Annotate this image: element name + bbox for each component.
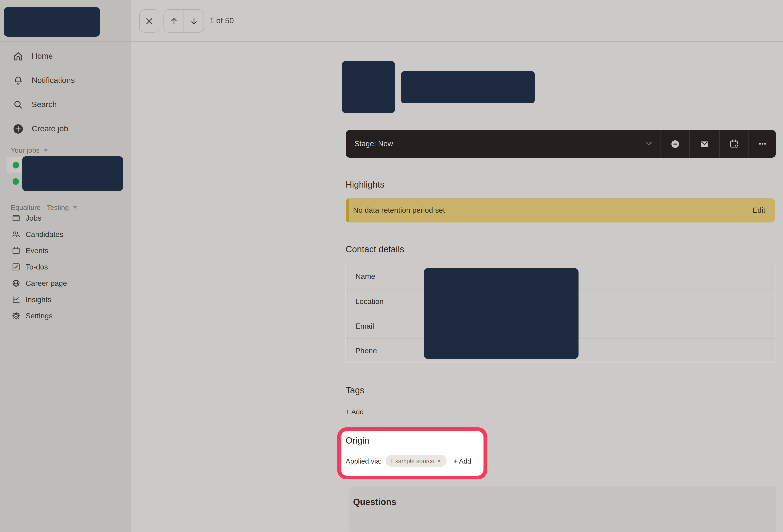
banner-edit-link[interactable]: Edit bbox=[752, 206, 765, 214]
sidebar-item-notifications[interactable]: Notifications bbox=[0, 68, 131, 93]
reject-button[interactable] bbox=[660, 130, 689, 158]
contact-details-heading: Contact details bbox=[346, 244, 404, 255]
origin-heading: Origin bbox=[346, 436, 369, 446]
sidebar-item-events[interactable]: Events bbox=[0, 242, 131, 259]
topbar: 1 of 50 bbox=[131, 0, 783, 42]
calendar-add-icon bbox=[729, 139, 739, 149]
sidebar-item-todos[interactable]: To-dos bbox=[0, 259, 131, 275]
stage-bar: Stage: New bbox=[346, 130, 776, 158]
send-email-button[interactable] bbox=[689, 130, 719, 158]
add-tag-button[interactable]: + Add bbox=[346, 408, 364, 415]
applied-via-row: Applied via: Example source × + Add bbox=[346, 455, 471, 467]
candidate-avatar-redacted bbox=[342, 61, 395, 113]
close-icon bbox=[146, 18, 152, 24]
todos-icon bbox=[12, 263, 21, 271]
bell-icon bbox=[12, 75, 24, 86]
applied-via-label: Applied via: bbox=[346, 457, 382, 465]
source-chip-label: Example source bbox=[391, 457, 434, 464]
close-button[interactable] bbox=[139, 9, 159, 33]
reject-icon bbox=[670, 139, 680, 149]
sidebar-header bbox=[0, 0, 131, 42]
sidebar-item-search[interactable]: Search bbox=[0, 93, 131, 117]
add-source-button[interactable]: + Add bbox=[453, 457, 471, 465]
sidebar-item-label: Jobs bbox=[26, 214, 41, 222]
sidebar-item-label: Career page bbox=[26, 279, 67, 288]
globe-icon bbox=[12, 279, 21, 288]
contact-values-redacted bbox=[424, 268, 578, 359]
source-chip[interactable]: Example source × bbox=[385, 455, 447, 467]
arrow-up-icon bbox=[170, 17, 177, 25]
plus-circle-icon bbox=[12, 123, 24, 134]
banner-accent-stripe bbox=[346, 198, 349, 223]
previous-candidate-button[interactable] bbox=[164, 10, 184, 32]
sidebar-item-career-page[interactable]: Career page bbox=[0, 275, 131, 291]
chevron-down-icon bbox=[646, 142, 652, 146]
job-status-dot bbox=[12, 162, 19, 168]
next-candidate-button[interactable] bbox=[184, 10, 203, 32]
origin-section: Origin Applied via: Example source × + A… bbox=[341, 431, 483, 476]
row-label: Location bbox=[355, 297, 383, 305]
mail-icon bbox=[700, 139, 710, 149]
sidebar-item-label: Search bbox=[32, 100, 57, 109]
schedule-event-button[interactable] bbox=[719, 130, 748, 158]
sidebar-nav-primary: Home Notifications Searc bbox=[0, 44, 131, 141]
retention-warning-banner: No data retention period set Edit bbox=[346, 198, 775, 223]
pager-counter: 1 of 50 bbox=[210, 0, 234, 42]
origin-highlight-annotation: Origin Applied via: Example source × + A… bbox=[337, 427, 487, 479]
sidebar-item-label: To-dos bbox=[26, 263, 48, 271]
sidebar-item-settings[interactable]: Settings bbox=[0, 308, 131, 324]
candidates-icon bbox=[12, 230, 21, 239]
remove-source-icon[interactable]: × bbox=[437, 457, 441, 465]
home-icon bbox=[12, 51, 24, 62]
insights-icon bbox=[12, 295, 21, 304]
tags-heading: Tags bbox=[346, 386, 364, 396]
arrow-down-icon bbox=[190, 17, 197, 25]
chevron-down-icon bbox=[43, 149, 48, 152]
your-jobs-toggle[interactable]: Your jobs bbox=[11, 146, 48, 154]
sidebar: Home Notifications Searc bbox=[0, 0, 131, 532]
calendar-icon bbox=[12, 246, 21, 255]
job-status-dot bbox=[12, 178, 19, 185]
sidebar-item-jobs[interactable]: Jobs bbox=[0, 210, 131, 226]
sidebar-item-candidates[interactable]: Candidates bbox=[0, 226, 131, 242]
job-titles-redacted[interactable] bbox=[22, 156, 123, 191]
stage-select-dropdown[interactable]: Stage: New bbox=[346, 130, 660, 158]
gear-icon bbox=[12, 311, 21, 320]
jobs-icon bbox=[12, 213, 21, 223]
sidebar-nav-secondary: Jobs Candidates bbox=[0, 210, 131, 324]
sidebar-item-create-job[interactable]: Create job bbox=[0, 117, 131, 141]
sidebar-item-label: Candidates bbox=[26, 230, 63, 238]
banner-message: No data retention period set bbox=[353, 206, 445, 214]
more-actions-button[interactable] bbox=[748, 130, 776, 158]
row-label: Name bbox=[355, 272, 375, 280]
sidebar-item-label: Notifications bbox=[32, 76, 75, 85]
sidebar-item-label: Create job bbox=[32, 124, 68, 134]
sidebar-item-label: Home bbox=[32, 52, 53, 61]
candidate-pager bbox=[163, 9, 204, 33]
stage-label: Stage: New bbox=[354, 140, 393, 148]
more-icon bbox=[757, 139, 768, 149]
company-logo-redacted bbox=[4, 7, 100, 37]
sidebar-item-insights[interactable]: Insights bbox=[0, 291, 131, 308]
chevron-down-icon bbox=[73, 206, 77, 209]
row-label: Phone bbox=[355, 347, 377, 355]
row-label: Email bbox=[355, 322, 374, 330]
sidebar-item-label: Events bbox=[26, 246, 49, 255]
app-window: Home Notifications Searc bbox=[0, 0, 783, 532]
sidebar-item-label: Insights bbox=[26, 295, 51, 304]
questions-section[interactable]: Questions bbox=[349, 486, 776, 532]
candidate-name-redacted bbox=[401, 71, 535, 103]
highlights-heading: Highlights bbox=[346, 180, 384, 190]
questions-heading: Questions bbox=[349, 486, 776, 507]
sidebar-item-home[interactable]: Home bbox=[0, 44, 131, 68]
sidebar-item-label: Settings bbox=[26, 311, 53, 320]
search-icon bbox=[12, 99, 24, 110]
